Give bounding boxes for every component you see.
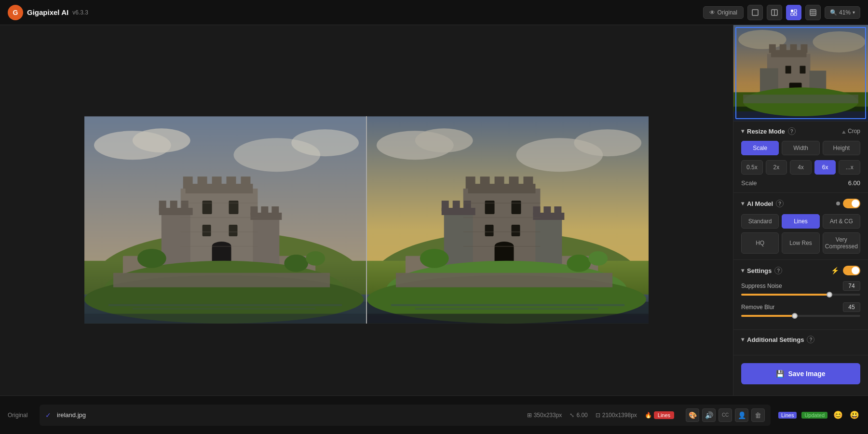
scale-0-5x-button[interactable]: 0.5x: [741, 160, 763, 175]
original-size-meta: ⊞ 350x233px: [527, 412, 562, 419]
svg-rect-25: [198, 176, 207, 189]
scale-custom-button[interactable]: ...x: [839, 160, 860, 175]
settings-toggle-area: ⚡: [831, 266, 860, 275]
original-image-panel: [84, 116, 367, 324]
zoom-icon: 🔍: [830, 9, 837, 16]
view-split-button[interactable]: [767, 5, 782, 20]
settings-title: ▾ Settings ?: [741, 267, 782, 274]
header-controls: 👁 Original 🔍 41% ▾: [703, 5, 860, 20]
svg-rect-40: [229, 201, 238, 214]
cc-button[interactable]: CC: [719, 408, 732, 422]
smiley1-button[interactable]: 😊: [832, 409, 844, 421]
trash-button[interactable]: 🗑: [751, 408, 765, 422]
section-chevron-additional: ▾: [741, 336, 744, 343]
svg-rect-27: [226, 176, 236, 189]
chevron-down-icon: ▾: [853, 10, 855, 15]
svg-rect-71: [480, 176, 490, 189]
svg-rect-5: [791, 13, 793, 15]
app-logo: G: [8, 5, 23, 20]
svg-rect-6: [794, 13, 797, 15]
ai-model-section: ▾ AI Model ? Standard Lines Art & CG HQ: [733, 193, 868, 260]
resize-mode-title: ▾ Resize Mode ?: [741, 127, 796, 135]
svg-rect-85: [485, 201, 495, 214]
output-size-meta: ⊡ 2100x1398px: [596, 412, 637, 419]
ai-toggle-container: [836, 199, 860, 208]
svg-rect-78: [453, 201, 460, 211]
view-single-button[interactable]: [747, 5, 763, 20]
low-res-model-button[interactable]: Low Res: [782, 232, 819, 254]
resize-mode-help[interactable]: ?: [788, 127, 796, 135]
suppress-noise-slider[interactable]: [741, 294, 860, 296]
sidebar: ▾ Resize Mode ? ⟁ Crop Scale Width Heigh…: [733, 25, 868, 395]
svg-point-16: [291, 129, 359, 156]
svg-rect-54: [113, 273, 330, 287]
scale-value-row: Scale 6.00: [741, 179, 860, 187]
hq-model-button[interactable]: HQ: [741, 232, 779, 254]
svg-point-99: [588, 251, 608, 266]
crop-button[interactable]: ⟁ Crop: [842, 128, 860, 135]
preview-border: [735, 27, 866, 119]
palette-button[interactable]: 🎨: [686, 408, 699, 422]
updated-badge: Updated: [801, 412, 827, 419]
svg-rect-4: [794, 10, 797, 12]
suppress-noise-label: Suppress Noise: [741, 283, 782, 289]
bottom-status: Lines Updated 😊 😃: [778, 409, 860, 421]
svg-rect-56: [133, 308, 315, 310]
remove-blur-thumb[interactable]: [792, 313, 798, 319]
suppress-noise-thumb[interactable]: [827, 292, 832, 298]
audio-button[interactable]: 🔊: [702, 408, 716, 422]
scale-4x-button[interactable]: 4x: [790, 160, 812, 175]
header-left: G Gigapixel AI v6.3.3: [8, 5, 88, 20]
resize-meta-icon: ⤡: [570, 412, 574, 419]
svg-rect-83: [543, 206, 551, 215]
section-chevron-ai: ▾: [741, 200, 744, 207]
single-view-icon: [752, 9, 759, 16]
settings-toggle[interactable]: [843, 266, 860, 275]
person-button[interactable]: 👤: [735, 408, 748, 422]
height-mode-button[interactable]: Height: [823, 141, 860, 155]
preview-thumbnail: [733, 25, 868, 122]
original-castle-image: [84, 116, 366, 324]
ai-model-toggle[interactable]: [843, 199, 860, 208]
svg-rect-100: [396, 273, 612, 287]
scale-label: Scale: [741, 179, 757, 187]
eye-icon: 👁: [709, 9, 715, 16]
smiley2-button[interactable]: 😃: [849, 409, 860, 421]
additional-settings-header: ▾ Additional Settings ?: [741, 336, 860, 343]
suppress-noise-fill: [741, 294, 829, 296]
svg-rect-57: [84, 314, 366, 324]
standard-model-button[interactable]: Standard: [741, 214, 779, 229]
scale-6x-button[interactable]: 6x: [814, 160, 836, 175]
additional-settings-section: ▾ Additional Settings ?: [733, 330, 868, 355]
svg-rect-84: [554, 206, 561, 215]
save-image-button[interactable]: 💾 Save Image: [741, 363, 860, 384]
additional-settings-help[interactable]: ?: [807, 336, 814, 343]
scale-mode-button[interactable]: Scale: [741, 141, 779, 155]
ai-model-help[interactable]: ?: [776, 200, 784, 207]
very-compressed-model-button[interactable]: Very Compressed: [823, 232, 860, 254]
original-button[interactable]: 👁 Original: [703, 6, 744, 19]
svg-rect-88: [511, 225, 520, 236]
additional-settings-title: ▾ Additional Settings ?: [741, 336, 814, 343]
remove-blur-slider-row: Remove Blur 45: [741, 302, 860, 317]
view-compare-button[interactable]: [786, 5, 801, 20]
layers-meta-icon: ⊞: [527, 412, 532, 419]
svg-point-52: [284, 255, 308, 272]
image-compare-container: [84, 116, 649, 324]
scale-multiplier-buttons: 0.5x 2x 4x 6x ...x: [741, 160, 860, 175]
zoom-control[interactable]: 🔍 41% ▾: [825, 6, 860, 19]
compare-view-icon: [790, 9, 797, 16]
canvas-area[interactable]: [0, 25, 733, 395]
width-mode-button[interactable]: Width: [782, 141, 819, 155]
svg-rect-41: [203, 225, 211, 236]
ai-dot-icon: [836, 202, 840, 205]
remove-blur-slider[interactable]: [741, 315, 860, 317]
scale-2x-button[interactable]: 2x: [766, 160, 787, 175]
svg-point-14: [133, 128, 190, 152]
svg-rect-55: [108, 304, 342, 306]
grid-view-icon: [810, 9, 816, 16]
art-cg-model-button[interactable]: Art & CG: [823, 214, 860, 229]
view-grid-button[interactable]: [805, 5, 821, 20]
settings-help[interactable]: ?: [774, 267, 782, 274]
lines-model-button[interactable]: Lines: [782, 214, 819, 229]
